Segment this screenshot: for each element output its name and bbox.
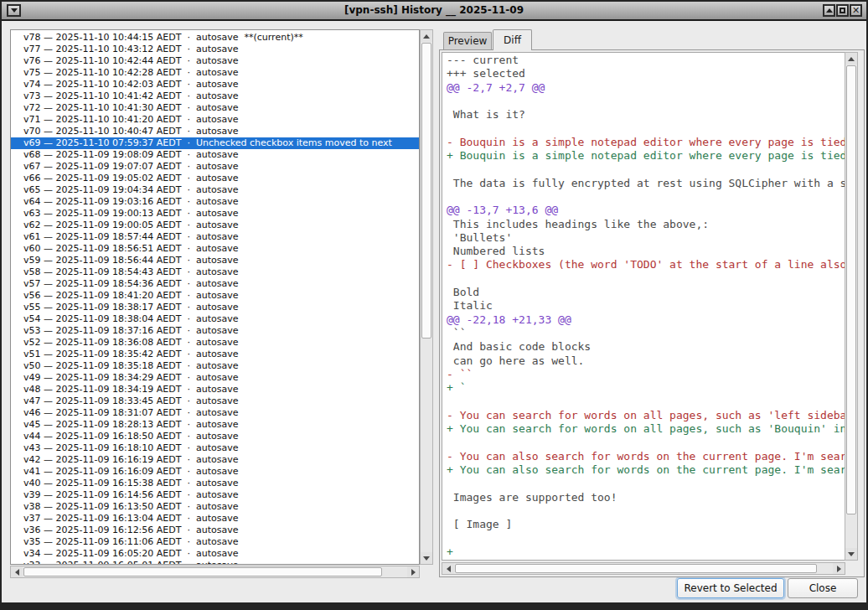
revert-to-selected-button[interactable]: Revert to Selected bbox=[677, 578, 784, 598]
list-item[interactable]: v48 — 2025-11-09 18:34:19 AEDT · autosav… bbox=[11, 384, 419, 395]
list-item[interactable]: v37 — 2025-11-09 16:13:04 AEDT · autosav… bbox=[11, 513, 419, 525]
diff-line: - You can also search for words on the c… bbox=[447, 450, 845, 463]
tab-preview[interactable]: Preview bbox=[443, 32, 492, 49]
diff-hscrollbar[interactable] bbox=[442, 562, 845, 575]
list-item[interactable]: v62 — 2025-11-09 19:00:05 AEDT · autosav… bbox=[11, 220, 419, 231]
list-item[interactable]: v65 — 2025-11-09 19:04:34 AEDT · autosav… bbox=[11, 184, 419, 196]
diff-line: [ Image ] bbox=[447, 518, 845, 531]
list-item[interactable]: v77 — 2025-11-10 10:43:12 AEDT · autosav… bbox=[11, 44, 419, 55]
list-scroll-right-button[interactable] bbox=[407, 566, 419, 577]
diff-scroll-down-button[interactable] bbox=[845, 548, 857, 560]
close-icon: ✕ bbox=[852, 6, 860, 15]
scroll-right-icon bbox=[411, 569, 416, 576]
diff-vscrollbar[interactable] bbox=[845, 52, 858, 561]
list-item[interactable]: v69 — 2025-11-10 07:59:37 AEDT · Uncheck… bbox=[11, 137, 419, 149]
list-item[interactable]: v43 — 2025-11-09 16:18:10 AEDT · autosav… bbox=[11, 442, 419, 454]
list-item[interactable]: v51 — 2025-11-09 18:35:42 AEDT · autosav… bbox=[11, 349, 419, 360]
diff-line: Images are supported too! bbox=[447, 491, 845, 504]
list-item[interactable]: v60 — 2025-11-09 18:56:51 AEDT · autosav… bbox=[11, 243, 419, 255]
scroll-up-icon bbox=[423, 34, 430, 39]
list-item[interactable]: v53 — 2025-11-09 18:37:16 AEDT · autosav… bbox=[11, 325, 419, 337]
window-title: [vpn-ssh] History __ 2025-11-09 bbox=[2, 4, 866, 16]
diff-line: What is it? bbox=[447, 108, 845, 121]
list-item[interactable]: v58 — 2025-11-09 18:54:43 AEDT · autosav… bbox=[11, 266, 419, 278]
list-vscroll-thumb[interactable] bbox=[421, 43, 431, 339]
diff-line bbox=[447, 272, 845, 286]
list-item[interactable]: v54 — 2025-11-09 18:38:04 AEDT · autosav… bbox=[11, 313, 419, 325]
diff-line: And basic code blocks bbox=[447, 340, 845, 354]
list-scroll-down-button[interactable] bbox=[421, 552, 432, 564]
diff-line: --- current bbox=[447, 54, 845, 67]
diff-line bbox=[447, 395, 845, 408]
diff-line bbox=[447, 504, 845, 518]
list-item[interactable]: v75 — 2025-11-10 10:42:28 AEDT · autosav… bbox=[11, 67, 419, 79]
list-item[interactable]: v34 — 2025-11-09 16:05:20 AEDT · autosav… bbox=[11, 548, 419, 560]
diff-line bbox=[447, 121, 845, 135]
list-item[interactable]: v35 — 2025-11-09 16:11:06 AEDT · autosav… bbox=[11, 536, 419, 548]
list-item[interactable]: v38 — 2025-11-09 16:13:50 AEDT · autosav… bbox=[11, 501, 419, 513]
list-item[interactable]: v78 — 2025-11-10 10:44:15 AEDT · autosav… bbox=[11, 32, 419, 44]
list-item[interactable]: v40 — 2025-11-09 16:15:38 AEDT · autosav… bbox=[11, 478, 419, 489]
list-item[interactable]: v49 — 2025-11-09 18:34:29 AEDT · autosav… bbox=[11, 372, 419, 384]
list-item[interactable]: v36 — 2025-11-09 16:12:56 AEDT · autosav… bbox=[11, 525, 419, 536]
list-item[interactable]: v72 — 2025-11-10 10:41:30 AEDT · autosav… bbox=[11, 102, 419, 114]
diff-line: +++ selected bbox=[447, 67, 845, 80]
scroll-down-icon bbox=[848, 552, 855, 556]
titlebar: [vpn-ssh] History __ 2025-11-09 ✕ bbox=[2, 2, 866, 21]
tab-diff[interactable]: Diff bbox=[493, 29, 532, 50]
list-item[interactable]: v46 — 2025-11-09 18:31:07 AEDT · autosav… bbox=[11, 407, 419, 419]
list-item[interactable]: v56 — 2025-11-09 18:41:20 AEDT · autosav… bbox=[11, 290, 419, 302]
diff-line bbox=[447, 477, 845, 490]
shade-icon bbox=[826, 8, 833, 13]
list-item[interactable]: v66 — 2025-11-09 19:05:02 AEDT · autosav… bbox=[11, 173, 419, 184]
list-item[interactable]: v52 — 2025-11-09 18:36:08 AEDT · autosav… bbox=[11, 337, 419, 349]
list-hscrollbar[interactable] bbox=[10, 566, 420, 578]
list-item[interactable]: v64 — 2025-11-09 19:03:16 AEDT · autosav… bbox=[11, 196, 419, 208]
diff-hscroll-thumb[interactable] bbox=[455, 564, 817, 573]
list-item[interactable]: v68 — 2025-11-09 19:08:09 AEDT · autosav… bbox=[11, 149, 419, 161]
list-item[interactable]: v63 — 2025-11-09 19:00:13 AEDT · autosav… bbox=[11, 208, 419, 220]
list-item[interactable]: v47 — 2025-11-09 18:33:45 AEDT · autosav… bbox=[11, 395, 419, 407]
list-item[interactable]: v57 — 2025-11-09 18:54:36 AEDT · autosav… bbox=[11, 278, 419, 290]
list-vscrollbar[interactable] bbox=[420, 29, 433, 565]
diff-line: + bbox=[447, 545, 845, 559]
list-item[interactable]: v67 — 2025-11-09 19:07:07 AEDT · autosav… bbox=[11, 161, 419, 173]
maximize-button[interactable] bbox=[836, 4, 849, 17]
list-item[interactable]: v39 — 2025-11-09 16:14:56 AEDT · autosav… bbox=[11, 489, 419, 501]
list-scroll-up-button[interactable] bbox=[421, 30, 432, 42]
shade-button[interactable] bbox=[823, 4, 835, 17]
list-hscroll-thumb[interactable] bbox=[23, 567, 382, 576]
diff-vscroll-thumb[interactable] bbox=[846, 65, 856, 514]
close-button[interactable]: Close bbox=[788, 578, 858, 598]
diff-line: 'Bullets' bbox=[447, 231, 845, 245]
list-item[interactable]: v76 — 2025-11-10 10:42:44 AEDT · autosav… bbox=[11, 55, 419, 67]
list-item[interactable]: v33 — 2025-11-09 16:05:01 AEDT · autosav… bbox=[11, 560, 419, 565]
diff-scroll-left-button[interactable] bbox=[442, 563, 454, 574]
list-item[interactable]: v44 — 2025-11-09 16:18:50 AEDT · autosav… bbox=[11, 431, 419, 442]
diff-line: There is full version control via the 'V… bbox=[447, 559, 845, 561]
diff-scroll-up-button[interactable] bbox=[845, 53, 857, 65]
list-item[interactable]: v70 — 2025-11-10 10:40:47 AEDT · autosav… bbox=[11, 126, 419, 137]
diff-scroll-right-button[interactable] bbox=[833, 563, 845, 574]
list-item[interactable]: v41 — 2025-11-09 16:16:09 AEDT · autosav… bbox=[11, 466, 419, 478]
diff-text: --- current+++ selected@@ -2,7 +2,7 @@ W… bbox=[442, 52, 845, 561]
list-item[interactable]: v42 — 2025-11-09 16:16:19 AEDT · autosav… bbox=[11, 454, 419, 466]
list-scroll-left-button[interactable] bbox=[11, 566, 23, 577]
list-item[interactable]: v50 — 2025-11-09 18:35:18 AEDT · autosav… bbox=[11, 360, 419, 372]
history-window: [vpn-ssh] History __ 2025-11-09 ✕ v78 — … bbox=[0, 0, 868, 610]
scroll-left-icon bbox=[15, 569, 19, 576]
list-item[interactable]: v61 — 2025-11-09 18:57:44 AEDT · autosav… bbox=[11, 231, 419, 243]
scroll-up-icon bbox=[848, 57, 855, 61]
version-list[interactable]: v78 — 2025-11-10 10:44:15 AEDT · autosav… bbox=[10, 29, 420, 565]
list-item[interactable]: v71 — 2025-11-10 10:41:20 AEDT · autosav… bbox=[11, 114, 419, 126]
list-item[interactable]: v59 — 2025-11-09 18:56:44 AEDT · autosav… bbox=[11, 255, 419, 266]
list-item[interactable]: v45 — 2025-11-09 18:28:13 AEDT · autosav… bbox=[11, 419, 419, 431]
list-item[interactable]: v55 — 2025-11-09 18:38:17 AEDT · autosav… bbox=[11, 302, 419, 313]
diff-panel: --- current+++ selected@@ -2,7 +2,7 @@ W… bbox=[439, 49, 865, 577]
diff-line: - `` bbox=[447, 368, 845, 381]
list-item[interactable]: v74 — 2025-11-10 10:42:03 AEDT · autosav… bbox=[11, 79, 419, 90]
diff-line: `` bbox=[447, 327, 845, 340]
list-item[interactable]: v73 — 2025-11-10 10:41:42 AEDT · autosav… bbox=[11, 90, 419, 102]
diff-line bbox=[447, 531, 845, 545]
close-window-button[interactable]: ✕ bbox=[850, 4, 862, 17]
